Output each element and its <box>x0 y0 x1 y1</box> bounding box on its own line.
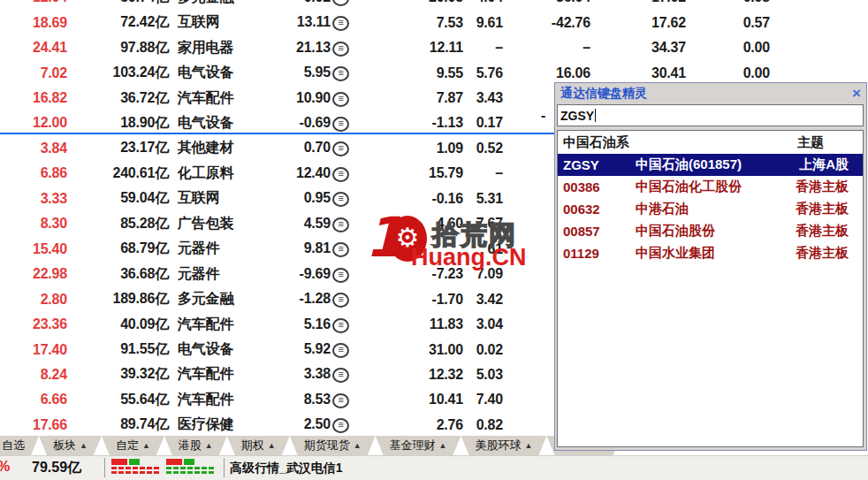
led-group <box>166 459 214 477</box>
keyboard-wizard-dialog: 通达信键盘精灵 × ZGSY 中国石油系 主题 ZGSY中国石油(601857)… <box>554 82 867 451</box>
network-status-leds[interactable] <box>111 459 221 477</box>
cell-col5: 2.76 <box>349 417 463 433</box>
cell-col3: 互联网 <box>169 189 284 208</box>
cell-col6: 0.02 <box>463 342 503 358</box>
cell-col6: 7.40 <box>463 392 503 408</box>
tab-自定[interactable]: 自定▲ <box>102 436 164 455</box>
tab-期货现货[interactable]: 期货现货▲ <box>290 436 376 455</box>
cell-col4: 0.95≡ <box>284 190 349 207</box>
circled-lines-badge-icon: ≡ <box>332 117 349 132</box>
table-row[interactable]: 24.4197.88亿家用电器21.13≡12.11––34.370.00 <box>0 35 770 60</box>
tab-期权[interactable]: 期权▲ <box>227 436 290 455</box>
cell-col1: 18.69 <box>0 15 67 31</box>
cell-col7: -36.04 <box>503 0 590 5</box>
result-list-header: 中国石油系 主题 <box>558 131 863 154</box>
cell-col2: 39.32亿 <box>67 365 169 384</box>
cell-col1: 12.00 <box>0 115 67 131</box>
table-row[interactable]: 12.0450.74亿多元金融0.02≡20.054.04-36.0417.02… <box>0 0 770 10</box>
tab-美股环球[interactable]: 美股环球▲ <box>461 436 547 455</box>
cell-col6: 7.67 <box>463 216 503 232</box>
result-row[interactable]: 00386中国石油化工股份香港主板 <box>558 176 863 198</box>
cell-col5: 10.41 <box>349 392 463 408</box>
circled-lines-badge-icon: ≡ <box>332 217 349 232</box>
circled-lines-badge-icon: ≡ <box>332 42 349 57</box>
cell-col3: 汽车配件 <box>169 391 284 409</box>
tab-自选[interactable]: 自选 <box>0 436 39 455</box>
cell-col1: 23.36 <box>0 316 67 332</box>
cell-col3: 元器件 <box>169 240 284 258</box>
dialog-titlebar[interactable]: 通达信键盘精灵 × <box>555 83 866 103</box>
result-pboard: 香港主板 <box>764 201 849 217</box>
circled-lines-badge-icon: ≡ <box>332 192 349 207</box>
cell-col4: 0.02≡ <box>284 0 349 6</box>
cell-col1: 16.82 <box>0 90 67 106</box>
cell-col3: 家用电器 <box>169 39 284 57</box>
cell-col4: 5.95≡ <box>284 65 349 81</box>
cell-col4: 13.11≡ <box>284 14 349 31</box>
cell-col2: 240.61亿 <box>67 164 169 183</box>
cell-col5: -1.13 <box>349 115 463 131</box>
cell-col6: – <box>463 40 503 56</box>
cell-col2: 55.64亿 <box>67 391 169 409</box>
cell-col4: 4.59≡ <box>284 216 349 232</box>
cell-col5: 31.00 <box>349 342 463 358</box>
cell-col6: 3.42 <box>463 292 503 308</box>
cell-col3: 医疗保健 <box>169 415 284 434</box>
search-result-list: 中国石油系 主题 ZGSY中国石油(601857)上海A股00386中国石油化工… <box>557 130 864 447</box>
chevron-up-icon: ▲ <box>205 441 213 450</box>
tab-港股[interactable]: 港股▲ <box>164 436 227 455</box>
circled-lines-badge-icon: ≡ <box>332 268 349 283</box>
chevron-up-icon: ▲ <box>354 441 362 450</box>
text-caret <box>595 109 596 122</box>
dialog-title: 通达信键盘精灵 <box>560 86 647 102</box>
cell-col2: 23.17亿 <box>67 139 169 157</box>
cell-col1: 3.84 <box>0 141 67 156</box>
search-input[interactable]: ZGSY <box>557 104 864 126</box>
cell-col3: 元器件 <box>169 265 284 284</box>
result-group-label: 中国石油系 <box>563 134 629 151</box>
cell-col2: 18.90亿 <box>67 114 169 133</box>
cell-col2: 189.86亿 <box>67 290 169 309</box>
cell-col4: 8.53≡ <box>284 392 349 408</box>
circled-lines-badge-icon: ≡ <box>332 393 349 408</box>
circled-lines-badge-icon: ≡ <box>332 318 349 333</box>
cell-col2: 85.28亿 <box>67 215 169 233</box>
cell-col6: – <box>463 165 503 181</box>
result-row[interactable]: ZGSY中国石油(601857)上海A股 <box>558 154 863 176</box>
cell-col1: 8.24 <box>0 367 67 383</box>
cell-col2: 68.79亿 <box>67 240 169 258</box>
cell-col2: 91.55亿 <box>67 340 169 359</box>
cell-col4: 21.13≡ <box>284 40 349 57</box>
circled-lines-badge-icon: ≡ <box>332 92 349 107</box>
table-row[interactable]: 18.6972.42亿互联网13.11≡7.539.61-42.7617.620… <box>0 10 770 34</box>
result-row[interactable]: 00632中港石油香港主板 <box>558 198 863 220</box>
cell-col5: 7.53 <box>349 15 463 31</box>
cell-col6: 9.61 <box>463 15 503 31</box>
result-pcode: 00632 <box>563 202 636 217</box>
cell-col7: 16.06 <box>503 65 590 81</box>
result-row[interactable]: 00857中国石油股份香港主板 <box>558 220 863 242</box>
cell-col5: 1.09 <box>349 141 463 156</box>
cell-col5: 11.83 <box>349 316 463 332</box>
tab-板块[interactable]: 板块▲ <box>39 436 102 455</box>
cell-col8: 17.02 <box>590 0 686 5</box>
cell-col6: 5.31 <box>463 191 503 207</box>
cell-col5: -1.70 <box>349 292 463 308</box>
cell-col8: 17.62 <box>590 15 686 31</box>
cell-col2: 103.24亿 <box>67 64 169 82</box>
cell-col2: 59.04亿 <box>67 189 169 208</box>
result-pcode: 01129 <box>563 246 636 261</box>
cell-col3: 汽车配件 <box>169 316 284 334</box>
tab-基金理财[interactable]: 基金理财▲ <box>376 436 461 455</box>
cell-col6: 0.17 <box>463 115 503 131</box>
result-row[interactable]: 01129中国水业集团香港主板 <box>558 242 863 264</box>
tdx-app-window: 12.0450.74亿多元金融0.02≡20.054.04-36.0417.02… <box>0 0 868 480</box>
close-icon[interactable]: × <box>852 86 861 101</box>
cell-col4: 3.38≡ <box>284 366 349 383</box>
cell-col9: 0.00 <box>686 65 770 81</box>
result-pname: 中国石油化工股份 <box>636 179 764 195</box>
cell-col3: 多元金融 <box>169 0 284 7</box>
cell-col1: 17.66 <box>0 417 67 433</box>
cell-col6: 7.09 <box>463 266 503 282</box>
cell-col1: 7.02 <box>0 65 67 81</box>
